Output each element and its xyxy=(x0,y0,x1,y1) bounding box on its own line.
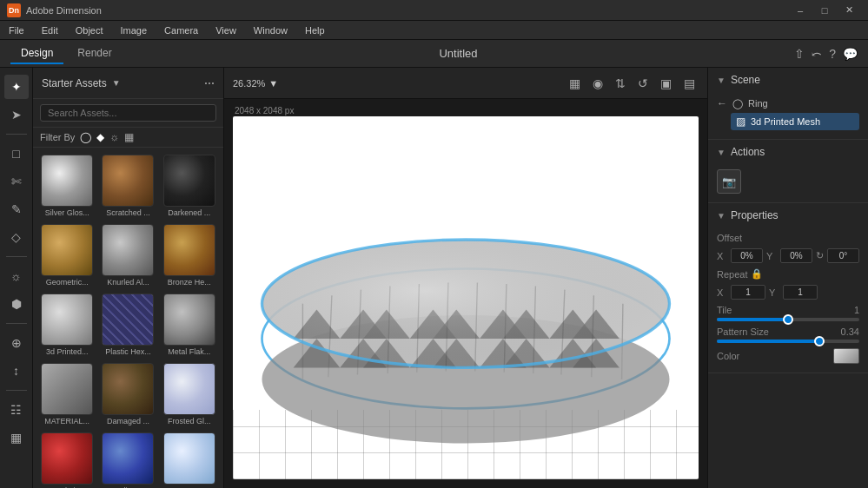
tool-move[interactable]: ↕ xyxy=(4,359,29,383)
actions-section-content: 📷 xyxy=(708,164,868,202)
properties-section-header[interactable]: ▼ Properties xyxy=(708,203,868,228)
tab-design[interactable]: Design xyxy=(10,43,63,64)
menu-view[interactable]: View xyxy=(212,23,240,37)
offset-label: Offset xyxy=(717,233,743,243)
main-area: ✦ ➤ □ ✄ ✎ ◇ ☼ ⬢ ⊕ ↕ ☷ ▦ Starter Assets ▼… xyxy=(0,68,868,488)
lock-icon[interactable]: 🔒 xyxy=(751,268,763,280)
tool-shape[interactable]: □ xyxy=(4,142,29,166)
tile-label: Tile xyxy=(717,305,732,315)
camera-reset-icon[interactable]: ↺ xyxy=(634,75,652,92)
pattern-size-slider-track[interactable] xyxy=(717,340,859,343)
menu-object[interactable]: Object xyxy=(72,23,107,37)
frame-icon[interactable]: ▦ xyxy=(566,75,584,92)
asset-item-2[interactable]: Darkened ... xyxy=(161,153,218,219)
menu-help[interactable]: Help xyxy=(301,23,328,37)
tool-select[interactable]: ✦ xyxy=(4,75,29,99)
action-button-1[interactable]: 📷 xyxy=(717,169,741,194)
tool-transform[interactable]: ➤ xyxy=(4,102,29,127)
repeat-values-row: X 1 Y 1 xyxy=(717,285,859,300)
search-input[interactable] xyxy=(40,104,216,122)
repeat-x-value[interactable]: 1 xyxy=(731,285,765,300)
color-swatch[interactable] xyxy=(833,348,859,364)
minimize-button[interactable]: – xyxy=(788,0,812,21)
offset-rotate-icon[interactable]: ↻ xyxy=(816,250,824,261)
asset-thumb-2 xyxy=(163,155,215,207)
zoom-value: 26.32% xyxy=(233,78,265,89)
tool-add[interactable]: ⊕ xyxy=(4,331,29,355)
canvas-3d-viewport[interactable] xyxy=(233,116,699,479)
pattern-size-value: 0.34 xyxy=(841,326,859,337)
share-icon[interactable]: ⇧ xyxy=(794,47,805,61)
offset-rotation-value[interactable]: 0° xyxy=(827,248,859,263)
scene-back-icon[interactable]: ← xyxy=(717,97,727,109)
filter-circle-icon[interactable]: ◯ xyxy=(80,131,91,143)
offset-y-value[interactable]: 0% xyxy=(780,248,812,263)
actions-section-header[interactable]: ▼ Actions xyxy=(708,140,868,164)
filter-image-icon[interactable]: ▦ xyxy=(124,131,134,143)
assets-more-icon[interactable]: ⋯ xyxy=(204,77,215,89)
menu-camera[interactable]: Camera xyxy=(161,23,202,37)
canvas-container[interactable]: 2048 x 2048 px xyxy=(224,99,707,488)
asset-label-11: Frosted Gl... xyxy=(168,417,211,425)
scene-label: Scene xyxy=(731,74,760,86)
asset-item-1[interactable]: Scratched ... xyxy=(99,153,156,219)
pattern-size-slider-thumb[interactable] xyxy=(814,336,825,346)
asset-item-7[interactable]: Plastic Hex... xyxy=(99,292,156,358)
zoom-dropdown-icon[interactable]: ▼ xyxy=(268,78,278,89)
assets-dropdown-icon[interactable]: ▼ xyxy=(112,78,121,88)
filter-material-icon[interactable]: ◆ xyxy=(96,131,104,143)
menu-file[interactable]: File xyxy=(5,23,28,37)
asset-item-9[interactable]: MATERIAL... xyxy=(38,361,96,427)
scene-ring-label[interactable]: Ring xyxy=(748,98,768,109)
asset-item-3[interactable]: Geometric... xyxy=(38,222,96,288)
canvas-title: Untitled xyxy=(439,47,477,60)
asset-item-0[interactable]: Silver Glos... xyxy=(38,153,96,219)
scene-section-header[interactable]: ▼ Scene xyxy=(708,68,868,92)
repeat-row: Repeat 🔒 xyxy=(717,268,859,280)
menu-image[interactable]: Image xyxy=(117,23,151,37)
tool-camera[interactable]: ▦ xyxy=(4,425,29,450)
repeat-y-value[interactable]: 1 xyxy=(783,285,818,300)
asset-label-9: MATERIAL... xyxy=(44,417,89,425)
zoom-control: 26.32% ▼ xyxy=(233,78,278,89)
camera-orbit-icon[interactable]: ⇅ xyxy=(612,75,629,92)
view-mode-icon[interactable]: ▤ xyxy=(680,75,699,92)
menu-edit[interactable]: Edit xyxy=(38,23,62,37)
filter-bar: Filter By ◯ ◆ ☼ ▦ xyxy=(33,128,223,148)
asset-item-8[interactable]: Metal Flak... xyxy=(161,292,218,358)
asset-label-5: Bronze He... xyxy=(168,278,211,287)
tool-paint[interactable]: ✎ xyxy=(4,197,29,221)
camera-view-icon[interactable]: ◉ xyxy=(589,75,606,92)
menubar: File Edit Object Image Camera View Windo… xyxy=(0,21,868,40)
tile-slider-thumb[interactable] xyxy=(783,314,793,325)
tool-environment[interactable]: ⬢ xyxy=(4,292,29,316)
asset-item-6[interactable]: 3d Printed... xyxy=(38,292,96,358)
tool-grid[interactable]: ☷ xyxy=(4,398,29,422)
tab-render[interactable]: Render xyxy=(67,43,122,64)
asset-label-4: Knurled Al... xyxy=(107,278,149,287)
close-button[interactable]: ✕ xyxy=(837,0,861,21)
tool-light[interactable]: ☼ xyxy=(4,264,29,288)
filter-light-icon[interactable]: ☼ xyxy=(109,131,119,143)
asset-item-5[interactable]: Bronze He... xyxy=(161,222,218,288)
asset-item-12[interactable]: Gelatin xyxy=(38,431,96,488)
tool-cut[interactable]: ✄ xyxy=(4,169,29,194)
pattern-size-slider-fill xyxy=(717,340,819,343)
help-icon[interactable]: ? xyxy=(829,47,836,61)
comments-icon[interactable]: 💬 xyxy=(843,47,858,61)
camera-frame-icon[interactable]: ▣ xyxy=(657,75,675,92)
asset-item-14[interactable]: Ice xyxy=(161,431,218,488)
menu-window[interactable]: Window xyxy=(250,23,291,37)
scene-item-mesh[interactable]: ▨ 3d Printed Mesh xyxy=(731,113,859,130)
undo-icon[interactable]: ⤺ xyxy=(812,47,822,61)
offset-x-value[interactable]: 0% xyxy=(731,248,763,263)
tool-material[interactable]: ◇ xyxy=(4,225,29,249)
maximize-button[interactable]: □ xyxy=(812,0,837,21)
asset-item-4[interactable]: Knurled Al... xyxy=(99,222,156,288)
properties-section: ▼ Properties Offset X 0% Y 0% ↻ 0° xyxy=(708,203,868,373)
asset-item-11[interactable]: Frosted Gl... xyxy=(161,361,218,427)
asset-item-13[interactable]: Glitter xyxy=(99,431,156,488)
asset-item-10[interactable]: Damaged ... xyxy=(99,361,156,427)
tile-slider-track[interactable] xyxy=(717,318,859,321)
asset-label-0: Silver Glos... xyxy=(45,208,89,217)
